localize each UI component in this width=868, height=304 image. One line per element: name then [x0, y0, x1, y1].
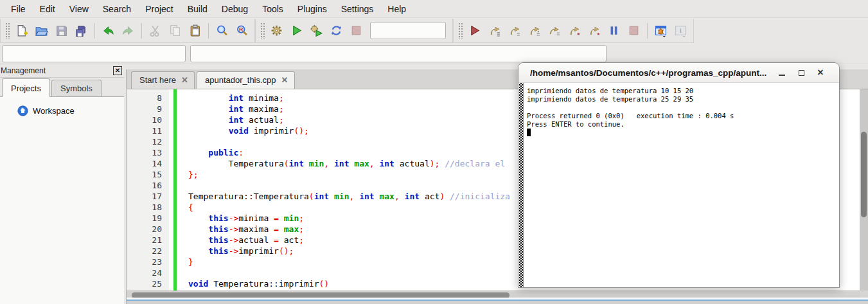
save-button[interactable] — [51, 21, 71, 40]
run-to-cursor-button[interactable] — [484, 21, 504, 40]
build-target-combo[interactable] — [370, 22, 446, 39]
menu-edit[interactable]: Edit — [33, 1, 62, 17]
rebuild-button[interactable] — [326, 21, 346, 40]
run-button[interactable] — [287, 21, 306, 40]
various-info-button[interactable]: i — [671, 21, 691, 40]
menu-tools[interactable]: Tools — [255, 1, 290, 17]
build-button[interactable] — [267, 21, 287, 40]
step-into-arrow-icon — [527, 24, 541, 37]
step-into-instruction-button[interactable] — [584, 21, 604, 40]
gear-icon — [270, 24, 283, 37]
console-window-title: /home/msantos/Documentos/c++/programas_c… — [530, 68, 772, 78]
console-line — [527, 103, 837, 112]
step-arrow-lines-icon — [488, 24, 501, 37]
line-number: 21 — [127, 235, 169, 246]
line-number: 11 — [127, 125, 169, 136]
redo-button[interactable] — [118, 21, 138, 40]
toolbar-drag-handle[interactable] — [260, 22, 265, 39]
menu-file[interactable]: File — [4, 1, 33, 17]
menu-help[interactable]: Help — [380, 1, 413, 17]
console-output-area[interactable]: imprimiendo datos de temperatura 10 15 2… — [518, 83, 839, 287]
toolbar-drag-handle[interactable] — [5, 22, 10, 39]
secondary-toolbar — [0, 43, 868, 64]
main-toolbar: Ri — [0, 18, 868, 43]
menu-search[interactable]: Search — [96, 1, 138, 17]
menu-settings[interactable]: Settings — [334, 1, 381, 17]
line-number: 9 — [127, 103, 169, 114]
line-number: 25 — [127, 278, 169, 289]
code-completion-scope-combo[interactable] — [2, 45, 186, 62]
management-tabs: ProjectsSymbols — [0, 78, 124, 97]
code-completion-function-combo[interactable] — [190, 45, 607, 62]
change-bar — [173, 89, 177, 291]
step-into-instr-arrow-icon — [587, 24, 601, 37]
debug-continue-button[interactable] — [465, 21, 484, 40]
menu-debug[interactable]: Debug — [215, 1, 255, 17]
editor-tab-start-here[interactable]: Start here✕ — [131, 71, 195, 89]
new-file-button[interactable] — [12, 21, 31, 40]
tab-close-icon[interactable]: ✕ — [281, 76, 288, 84]
debugging-windows-button[interactable] — [651, 21, 671, 40]
floppies-icon — [75, 24, 88, 37]
debugger-toolbar: i — [453, 19, 694, 43]
menu-build[interactable]: Build — [181, 1, 215, 17]
line-number: 16 — [127, 180, 169, 191]
step-out-button[interactable] — [544, 21, 564, 40]
console-title-bar[interactable]: /home/msantos/Documentos/c++/programas_c… — [518, 63, 839, 83]
vertical-scrollbar-thumb[interactable] — [861, 132, 867, 217]
tab-label: apuntador_this.cpp — [205, 75, 276, 85]
open-file-button[interactable] — [31, 21, 51, 40]
step-out-arrow-icon — [547, 24, 561, 37]
paste-button[interactable] — [185, 21, 205, 40]
copy-button[interactable] — [165, 21, 185, 40]
maximize-icon[interactable] — [792, 67, 811, 78]
close-icon[interactable]: × — [811, 67, 830, 78]
clipboard-icon — [188, 24, 202, 37]
menu-project[interactable]: Project — [138, 1, 181, 17]
step-into-button[interactable] — [524, 21, 544, 40]
toolbar-separator — [94, 23, 95, 39]
toolbar-drag-handle[interactable] — [458, 22, 463, 39]
svg-text:R: R — [239, 26, 244, 33]
workspace-label: Workspace — [33, 106, 75, 116]
management-header: Management ✕ — [0, 64, 124, 78]
new-file-icon — [15, 24, 28, 37]
replace-button[interactable]: R — [232, 21, 252, 40]
console-window: /home/msantos/Documentos/c++/programas_c… — [518, 62, 840, 288]
break-debugger-button[interactable] — [604, 21, 624, 40]
console-line: Press ENTER to continue. — [527, 120, 837, 129]
save-all-button[interactable] — [71, 21, 91, 40]
vertical-scrollbar[interactable] — [860, 89, 868, 291]
bug-window-icon — [654, 24, 668, 37]
line-number: 8 — [127, 93, 169, 103]
close-icon[interactable]: ✕ — [113, 66, 122, 75]
editor-tab-apuntador-this-cpp[interactable]: apuntador_this.cpp✕ — [197, 71, 295, 89]
toolbar-separator — [647, 23, 648, 39]
compiler-toolbar — [255, 19, 453, 43]
find-button[interactable] — [212, 21, 232, 40]
scissors-icon — [148, 24, 162, 37]
next-instruction-button[interactable] — [564, 21, 584, 40]
build-and-run-button[interactable] — [306, 21, 326, 40]
line-number: 23 — [127, 256, 169, 267]
line-number: 18 — [127, 202, 169, 213]
menu-view[interactable]: View — [62, 1, 96, 17]
horizontal-scrollbar[interactable] — [127, 291, 860, 300]
minimize-icon[interactable] — [772, 67, 792, 78]
console-scrollbar[interactable] — [519, 83, 524, 287]
next-line-button[interactable] — [504, 21, 524, 40]
cut-button[interactable] — [145, 21, 165, 40]
abort-build-button[interactable] — [346, 21, 366, 40]
stop-debugger-button[interactable] — [624, 21, 644, 40]
horizontal-scrollbar-thumb[interactable] — [132, 292, 509, 298]
menu-plugins[interactable]: Plugins — [290, 1, 334, 17]
line-number: 20 — [127, 224, 169, 235]
management-panel: Management ✕ ProjectsSymbols Workspace — [0, 64, 124, 304]
tab-projects[interactable]: Projects — [2, 78, 50, 97]
tab-symbols[interactable]: Symbols — [51, 80, 102, 97]
redo-arrow-icon — [121, 24, 135, 37]
tab-close-icon[interactable]: ✕ — [181, 76, 188, 84]
workspace-tree-item[interactable]: Workspace — [0, 97, 124, 116]
menu-bar: FileEditViewSearchProjectBuildDebugTools… — [0, 0, 868, 18]
undo-button[interactable] — [98, 21, 118, 40]
